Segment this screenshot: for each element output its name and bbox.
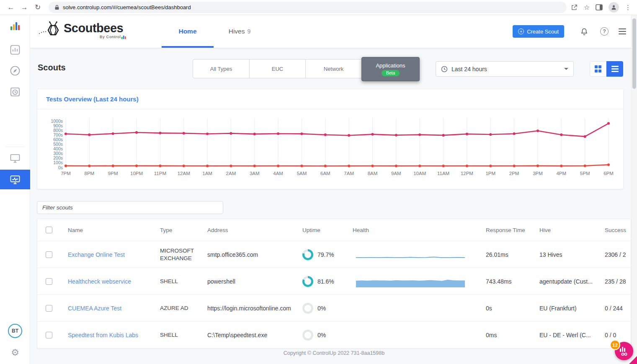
tab-hives[interactable]: Hives9 [214, 15, 266, 48]
hives-count: 9 [247, 28, 250, 35]
menu-hamburger-icon[interactable] [619, 28, 626, 34]
help-icon[interactable]: ? [594, 27, 614, 36]
forward-icon[interactable]: → [18, 3, 31, 12]
table-row: Healthcheck webserviceSHELLpowershell81.… [37, 268, 631, 294]
table-header-row: Name Type Address Uptime Health Response… [37, 219, 631, 241]
lock-icon [54, 5, 59, 10]
hive: 13 Hives [539, 251, 605, 258]
col-hive: Hive [539, 227, 605, 233]
svg-text:900s: 900s [53, 123, 63, 128]
solve-logo-icon[interactable] [0, 22, 30, 30]
sidebar-item-scoutbees-active[interactable] [0, 170, 30, 189]
notification-count-badge[interactable]: 12 [610, 340, 620, 350]
health-sparkline [353, 274, 486, 289]
refresh-icon[interactable]: ↻ [31, 3, 44, 12]
col-uptime: Uptime [302, 227, 353, 233]
bookmark-star-icon[interactable]: ☆ [584, 3, 590, 11]
table-row: CUEMEA Azure TestAZURE ADhttps://login.m… [37, 294, 631, 321]
type-filter-network[interactable]: Network [305, 59, 361, 78]
row-checkbox[interactable] [46, 251, 52, 258]
svg-text:10AM: 10AM [413, 171, 426, 176]
svg-text:11AM: 11AM [437, 171, 449, 176]
topbar: Scoutbees By Control Home Hives9 + Creat… [30, 15, 637, 48]
svg-text:12PM: 12PM [461, 171, 473, 176]
scout-name-link[interactable]: CUEMEA Azure Test [68, 305, 121, 312]
row-checkbox[interactable] [46, 332, 52, 338]
svg-text:100s: 100s [53, 160, 63, 165]
row-checkbox[interactable] [46, 305, 52, 312]
svg-text:3PM: 3PM [533, 171, 543, 176]
response-time: 0s [486, 305, 539, 312]
svg-text:7PM: 7PM [61, 171, 71, 176]
scout-address: C:\Temp\speedtest.exe [207, 332, 302, 338]
response-time: 743.48ms [486, 278, 539, 285]
reports-icon[interactable] [0, 44, 30, 55]
hive: EU (Frankfurt) [539, 305, 605, 312]
scout-address: smtp.office365.com [207, 251, 302, 258]
grid-view-button[interactable] [590, 61, 606, 77]
time-range-value: Last 24 hours [451, 66, 487, 72]
svg-text:5AM: 5AM [297, 171, 307, 176]
col-success: Success [605, 227, 631, 233]
col-address: Address [207, 227, 302, 233]
svg-text:8AM: 8AM [368, 171, 378, 176]
scout-type: MICROSOFT EXCHANGE [160, 247, 207, 262]
table-row: Speedtest from Kubis LabsSHELLC:\Temp\sp… [37, 321, 631, 348]
sidebar: BT ⚙ [0, 15, 30, 364]
tab-home[interactable]: Home [162, 15, 214, 48]
uptime-donut [302, 276, 313, 287]
uptime-value: 0% [317, 305, 326, 312]
scout-name-link[interactable]: Speedtest from Kubis Labs [68, 332, 138, 338]
address-bar[interactable]: solve.controlup.com/#/cuemea/scoutBees/d… [49, 2, 567, 13]
scout-name-link[interactable]: Healthcheck webservice [68, 278, 131, 285]
type-filter-all-types[interactable]: All Types [193, 59, 249, 78]
tests-overview-card: Tests Overview (Last 24 hours) 0s100s200… [37, 89, 624, 189]
browser-menu-icon[interactable]: ⋮ [625, 4, 631, 11]
svg-text:11PM: 11PM [154, 171, 166, 176]
row-checkbox[interactable] [46, 278, 52, 285]
clock-icon [441, 66, 448, 72]
uptime-value: 0% [317, 332, 326, 338]
filter-scouts-input[interactable] [37, 201, 223, 214]
col-name: Name [68, 227, 160, 233]
page-title: Scouts [38, 63, 66, 72]
svg-text:400s: 400s [53, 146, 63, 151]
share-icon[interactable] [571, 4, 578, 11]
page-scrollbar [631, 15, 637, 364]
success-ratio: 0 / 0 [605, 332, 631, 338]
tests-overview-chart: 0s100s200s300s400s500s600s700s800s900s10… [40, 111, 616, 184]
list-view-button[interactable] [606, 61, 623, 77]
browser-profile-avatar[interactable] [609, 2, 619, 13]
side-panel-icon[interactable] [596, 4, 603, 10]
machines-monitor-icon[interactable] [0, 153, 30, 163]
user-avatar[interactable]: BT [8, 324, 22, 338]
controlup-up-icon [121, 35, 126, 39]
type-filter-euc[interactable]: EUC [249, 59, 305, 78]
time-range-dropdown[interactable]: Last 24 hours [436, 61, 574, 77]
svg-text:1AM: 1AM [202, 171, 212, 176]
create-scout-button[interactable]: + Create Scout [513, 25, 564, 38]
scout-name-link[interactable]: Exchange Online Test [68, 251, 125, 258]
notifications-bell-icon[interactable] [574, 27, 594, 36]
scout-type: AZURE AD [160, 305, 207, 312]
type-filter-applications-selected[interactable]: Applications Beta [361, 57, 420, 81]
scrollbar-thumb[interactable] [632, 18, 636, 89]
svg-text:4AM: 4AM [273, 171, 283, 176]
person-icon [611, 4, 617, 10]
select-all-checkbox[interactable] [46, 227, 52, 233]
insights-compass-icon[interactable] [0, 65, 30, 76]
svg-text:800s: 800s [53, 128, 63, 133]
svg-text:5PM: 5PM [580, 171, 590, 176]
list-view-icon [611, 66, 619, 72]
scout-type-filter: All Types EUC Network Applications Beta [193, 59, 419, 78]
uptime-value: 79.7% [317, 251, 334, 258]
scheduled-tests-icon[interactable] [0, 86, 30, 97]
bee-icon [38, 21, 62, 39]
svg-text:1PM: 1PM [485, 171, 495, 176]
svg-text:200s: 200s [53, 155, 63, 160]
svg-text:10PM: 10PM [130, 171, 143, 176]
beta-badge: Beta [382, 70, 400, 76]
settings-gear-icon[interactable]: ⚙ [0, 347, 30, 358]
svg-text:500s: 500s [53, 142, 63, 147]
back-icon[interactable]: ← [4, 3, 18, 12]
